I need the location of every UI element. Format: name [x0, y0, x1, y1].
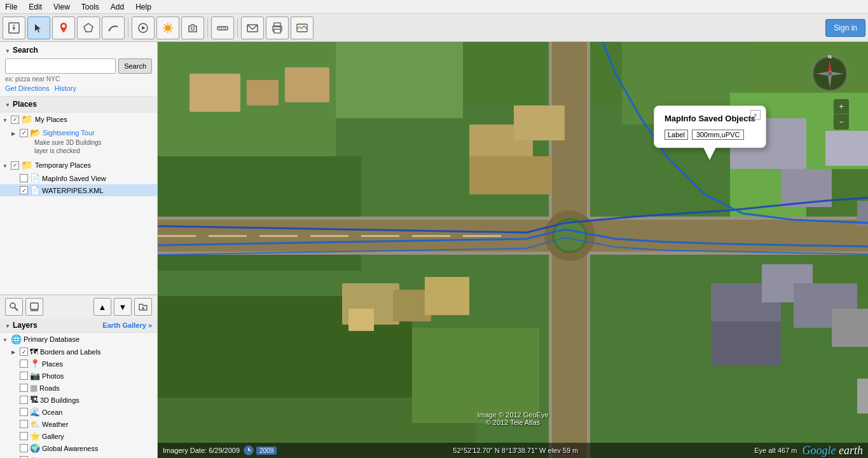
places-section-header[interactable]: Places [0, 97, 157, 112]
global-awareness-label: Global Awareness [42, 445, 98, 452]
get-directions-link[interactable]: Get Directions [5, 84, 50, 92]
path-btn[interactable] [102, 17, 125, 39]
gallery-item[interactable]: ⭐ Gallery [0, 430, 157, 442]
history-link[interactable]: History [55, 84, 76, 92]
svg-rect-77 [711, 321, 781, 366]
places-layer-checkbox[interactable] [20, 360, 28, 368]
3d-buildings-item[interactable]: 🏗 3D Buildings [0, 394, 157, 406]
global-checkbox[interactable] [20, 444, 28, 452]
my-places-checkbox[interactable] [11, 116, 19, 124]
svg-rect-16 [217, 27, 228, 30]
photos-checkbox[interactable] [20, 372, 28, 380]
popup-field: Label 300mm,uPVC [665, 130, 755, 140]
my-places-label: My Places [35, 116, 67, 123]
3d-checkbox[interactable] [20, 396, 28, 404]
menu-edit[interactable]: Edit [26, 1, 45, 13]
ocean-label: Ocean [42, 408, 62, 416]
email-btn[interactable] [241, 17, 264, 39]
svg-point-6 [165, 25, 170, 30]
svg-marker-5 [142, 26, 146, 30]
roads-checkbox[interactable] [20, 384, 28, 392]
menu-add[interactable]: Add [108, 1, 127, 13]
layers-header: Layers Earth Gallery » [0, 318, 157, 333]
sightseeing-sublabel2: layer is checked [0, 147, 157, 156]
sunlight-btn[interactable] [156, 17, 179, 39]
select-tool-btn[interactable] [27, 17, 50, 39]
svg-rect-70 [825, 131, 868, 166]
search-section-header[interactable]: Search [5, 46, 152, 55]
waterpipes-item[interactable]: 📄 WATERPIPES.KML [0, 184, 157, 196]
placemark-btn[interactable] [52, 17, 75, 39]
weather-item[interactable]: ⛅ Weather [0, 418, 157, 430]
menu-tools[interactable]: Tools [79, 1, 102, 13]
borders-labels-item[interactable]: 🗺 Borders and Labels [0, 346, 157, 358]
temporary-places-expand [3, 162, 9, 169]
svg-text:N: N [828, 55, 832, 60]
temporary-checkbox[interactable] [11, 161, 19, 170]
svg-line-12 [170, 30, 172, 32]
sightseeing-expand [11, 130, 18, 137]
mapinfo-saved-view-item[interactable]: 📄 MapInfo Saved View [0, 172, 157, 184]
earth-gallery-link[interactable]: Earth Gallery » [102, 321, 152, 329]
year-badge: 2009 [256, 447, 277, 455]
move-tool-btn[interactable] [3, 17, 25, 39]
zoom-out-btn[interactable]: − [834, 114, 849, 130]
svg-rect-59 [361, 235, 399, 237]
svg-point-25 [280, 27, 281, 29]
svg-marker-3 [84, 24, 93, 32]
photos-layer-item[interactable]: 📷 Photos [0, 370, 157, 382]
temporary-places-item[interactable]: 📁 Temporary Places [0, 158, 157, 172]
ocean-checkbox[interactable] [20, 408, 28, 416]
roads-layer-item[interactable]: ▦ Roads [0, 382, 157, 394]
ocean-item[interactable]: 🌊 Ocean [0, 406, 157, 418]
save-image-btn[interactable] [291, 17, 313, 39]
menu-view[interactable]: View [51, 1, 72, 13]
weather-icon: ⛅ [30, 419, 40, 429]
mapinfo-view-checkbox[interactable] [20, 174, 28, 182]
sidebar: Search Search ex: pizza near NYC Get Dir… [0, 42, 158, 458]
photo-btn[interactable] [181, 17, 204, 39]
move-down-btn[interactable]: ▼ [114, 298, 132, 316]
global-awareness-item[interactable]: 🌍 Global Awareness [0, 442, 157, 454]
svg-rect-66 [514, 105, 565, 140]
globe-icon: 🌐 [11, 334, 22, 344]
view-btn[interactable] [25, 298, 43, 316]
print-btn[interactable] [266, 17, 289, 39]
layers-header-left[interactable]: Layers [5, 321, 38, 330]
zoom-in-btn[interactable]: + [834, 99, 849, 114]
imagery-date: Imagery Date: 6/29/2009 [163, 447, 240, 454]
sign-in-button[interactable]: Sign in [825, 19, 865, 37]
popup-close-button[interactable]: × [750, 110, 761, 120]
more-item[interactable]: ⊕ More [0, 454, 157, 458]
google-part: Google [803, 444, 839, 457]
gallery-checkbox[interactable] [20, 432, 28, 440]
menu-help[interactable]: Help [133, 1, 154, 13]
weather-checkbox[interactable] [20, 420, 28, 428]
sightseeing-link[interactable]: Sightseeing Tour [43, 129, 95, 137]
folder-add-btn[interactable] [134, 298, 152, 316]
svg-rect-64 [285, 67, 329, 102]
compass[interactable]: N [811, 55, 849, 93]
svg-marker-1 [13, 24, 15, 30]
map-statusbar: Imagery Date: 6/29/2009 2009 52°52'12.70… [158, 443, 868, 458]
copyright-2: © 2012 Tele Atlas [477, 419, 548, 426]
borders-checkbox[interactable] [20, 347, 28, 356]
move-up-btn[interactable]: ▲ [93, 298, 111, 316]
svg-rect-35 [158, 42, 336, 169]
waterpipes-checkbox[interactable] [20, 186, 28, 194]
ruler-btn[interactable] [211, 17, 234, 39]
map-area[interactable]: × MapInfo Saved Objects Label 300mm,uPVC… [158, 42, 868, 458]
places-layer-item[interactable]: 📍 Places [0, 358, 157, 370]
svg-rect-75 [348, 309, 374, 331]
search-input[interactable] [5, 58, 116, 74]
sightseeing-tour-item[interactable]: 📂 Sightseeing Tour [0, 126, 157, 139]
primary-database-item[interactable]: 🌐 Primary Database [0, 333, 157, 346]
tour-btn[interactable] [132, 17, 155, 39]
search-button[interactable]: Search [118, 58, 152, 74]
svg-point-27 [299, 25, 301, 27]
sightseeing-checkbox[interactable] [20, 129, 28, 137]
my-places-item[interactable]: 📁 My Places [0, 112, 157, 126]
menu-file[interactable]: File [3, 1, 20, 13]
polygon-btn[interactable] [77, 17, 100, 39]
search-places-btn[interactable] [5, 298, 23, 316]
